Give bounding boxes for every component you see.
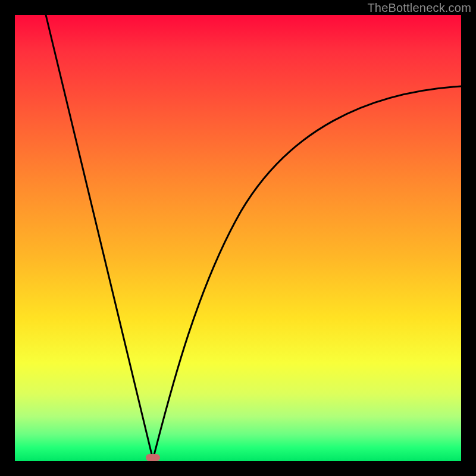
chart-frame: TheBottleneck.com — [0, 0, 476, 476]
plot-area — [15, 15, 461, 461]
watermark-text: TheBottleneck.com — [367, 1, 471, 15]
minimum-marker — [146, 454, 160, 461]
curve-left-branch — [46, 15, 153, 459]
curve-right-branch — [153, 86, 461, 459]
bottleneck-curve — [15, 15, 461, 461]
